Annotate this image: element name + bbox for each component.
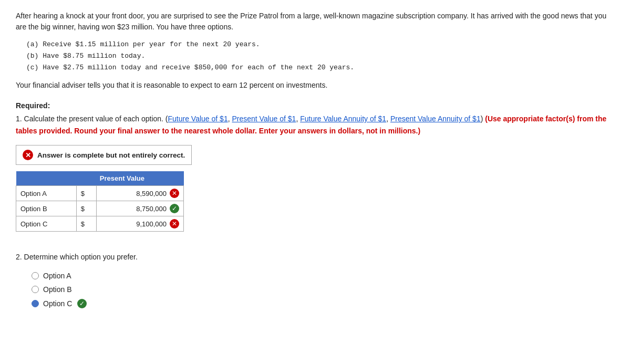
link-fv1[interactable]: Future Value of $1 [168, 115, 228, 123]
required-section: Required: 1. Calculate the present value… [16, 101, 615, 137]
wrong-icon: ✕ [170, 189, 179, 198]
radio-label-1: Option B [43, 285, 71, 294]
row-label-0: Option A [16, 186, 77, 201]
links-row: Future Value of $1, Present Value of $1,… [168, 115, 481, 123]
row-currency-0: $ [76, 186, 96, 201]
option-a-text: (a) Receive $1.15 million per year for t… [26, 39, 615, 50]
table-row: Option B$8,750,000✓ [16, 201, 184, 216]
table-row: Option C$9,100,000✕ [16, 216, 184, 232]
question1-text: 1. Calculate the present value of each o… [16, 113, 615, 137]
radio-circle-1 [32, 286, 39, 293]
radio-correct-icon: ✓ [77, 299, 87, 308]
answer-banner: ✕ Answer is complete but not entirely co… [16, 145, 192, 165]
options-list: (a) Receive $1.15 million per year for t… [26, 39, 615, 74]
table-row: Option A$8,590,000✕ [16, 186, 184, 201]
row-label-1: Option B [16, 201, 77, 216]
radio-circle-0 [32, 272, 39, 279]
present-value-table: Present Value Option A$8,590,000✕Option … [16, 171, 184, 232]
radio-group: Option AOption BOption C✓ [32, 272, 615, 308]
row-value-2: 9,100,000✕ [97, 216, 184, 232]
wrong-icon: ✕ [170, 219, 179, 228]
answer-x-icon: ✕ [23, 150, 33, 160]
financial-note: Your financial adviser tells you that it… [16, 80, 615, 91]
section2-title: 2. Determine which option you prefer. [16, 253, 615, 261]
link-pva1[interactable]: Present Value Annuity of $1 [390, 115, 481, 123]
radio-item-0[interactable]: Option A [32, 272, 615, 280]
link-pv1[interactable]: Present Value of $1 [232, 115, 296, 123]
row-value-1: 8,750,000✓ [97, 201, 184, 216]
col-header-option [16, 171, 77, 186]
row-value-0: 8,590,000✕ [97, 186, 184, 201]
q1-suffix: ) [481, 115, 485, 123]
q1-prefix: 1. Calculate the present value of each o… [16, 115, 168, 123]
radio-circle-2 [32, 300, 39, 307]
row-currency-1: $ [76, 201, 96, 216]
correct-icon: ✓ [170, 204, 179, 213]
required-label: Required: [16, 101, 615, 110]
row-label-2: Option C [16, 216, 77, 232]
intro-paragraph: After hearing a knock at your front door… [16, 11, 615, 33]
row-currency-2: $ [76, 216, 96, 232]
link-fva1[interactable]: Future Value Annuity of $1 [300, 115, 386, 123]
radio-item-1[interactable]: Option B [32, 285, 615, 294]
radio-label-2: Option C [43, 299, 72, 308]
answer-banner-text: Answer is complete but not entirely corr… [37, 151, 185, 159]
col-header-pv: Present Value [76, 171, 183, 186]
option-c-text: (c) Have $2.75 million today and receive… [26, 62, 615, 74]
radio-item-2[interactable]: Option C✓ [32, 299, 615, 308]
option-b-text: (b) Have $8.75 million today. [26, 50, 615, 62]
radio-label-0: Option A [43, 272, 71, 280]
section2: 2. Determine which option you prefer. Op… [16, 253, 615, 308]
